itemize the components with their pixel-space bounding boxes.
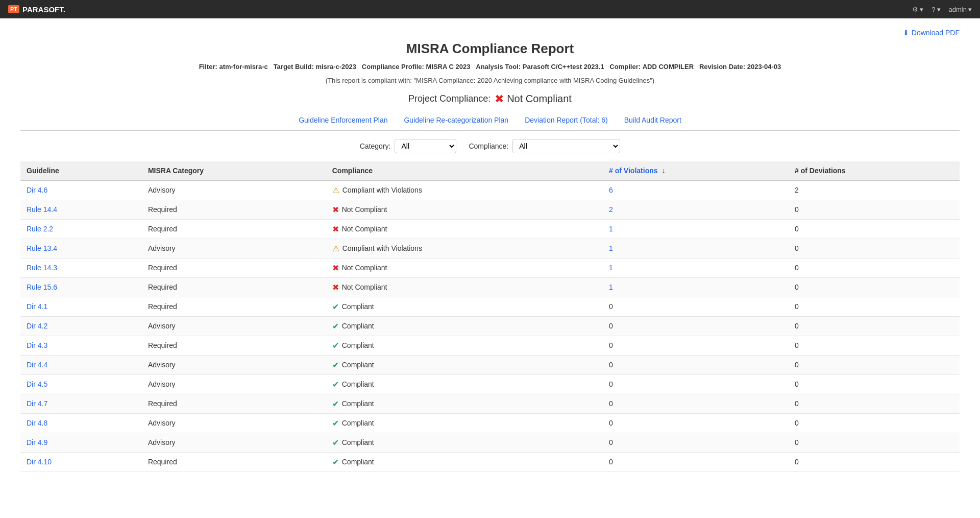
cell-category: Advisory [142,355,326,374]
compliant-icon: ✔ [332,457,339,467]
nav-build-audit[interactable]: Build Audit Report [624,116,681,124]
filters-row: Category: AllRequiredAdvisoryMandatory C… [20,139,960,153]
table-row: Dir 4.6Advisory⚠Compliant with Violation… [20,180,960,200]
cell-category: Advisory [142,180,326,200]
compliant-icon: ✔ [332,341,339,350]
violations-link[interactable]: 1 [609,283,613,291]
meta-val: ADD COMPILER [643,63,694,70]
admin-label: admin [949,6,967,13]
topnav-right: ⚙ ▾ ? ▾ admin ▾ [912,6,972,13]
cell-violations: 0 [603,316,789,336]
cell-violations: 1 [603,219,789,239]
nav-recategorization[interactable]: Guideline Re-categorization Plan [404,116,508,124]
compliant-icon: ✔ [332,418,339,428]
guideline-link[interactable]: Rule 2.2 [27,225,53,233]
violations-link[interactable]: 2 [609,205,613,214]
cell-guideline: Dir 4.8 [20,413,142,433]
settings-button[interactable]: ⚙ ▾ [912,6,923,13]
compliance-text: Compliant [342,361,374,369]
cell-compliance: ✖Not Compliant [326,277,603,297]
table-row: Dir 4.7Required✔Compliant00 [20,394,960,413]
download-pdf-row: ⬇ Download PDF [20,29,960,37]
violations-link[interactable]: 1 [609,225,613,233]
compliance-text: Compliant [342,458,374,466]
cell-compliance: ⚠Compliant with Violations [326,180,603,200]
cell-deviations: 0 [789,433,960,452]
table-row: Rule 13.4Advisory⚠Compliant with Violati… [20,239,960,258]
compliance-text: Not Compliant [342,264,387,272]
download-icon: ⬇ [903,29,909,37]
guideline-link[interactable]: Dir 4.3 [27,341,47,349]
not-compliant-icon: ✖ [332,282,339,292]
guideline-link[interactable]: Dir 4.6 [27,186,47,194]
cell-deviations: 0 [789,336,960,355]
col-compliance: Compliance [326,161,603,180]
cell-deviations: 2 [789,180,960,200]
download-pdf-label: Download PDF [912,29,960,37]
report-nav: Guideline Enforcement Plan Guideline Re-… [20,116,960,131]
compliant-icon: ✔ [332,302,339,312]
cell-category: Required [142,219,326,239]
guideline-link[interactable]: Rule 14.4 [27,205,57,214]
compliance-text: Compliant [342,438,374,446]
table-row: Dir 4.8Advisory✔Compliant00 [20,413,960,433]
cell-deviations: 0 [789,239,960,258]
violations-link[interactable]: 1 [609,264,613,272]
guideline-link[interactable]: Dir 4.7 [27,399,47,408]
guideline-link[interactable]: Dir 4.8 [27,419,47,427]
cell-violations: 0 [603,413,789,433]
cell-guideline: Dir 4.3 [20,336,142,355]
violations-link[interactable]: 1 [609,244,613,252]
col-category: MISRA Category [142,161,326,180]
project-compliance-label: Project Compliance: [408,93,491,104]
cell-compliance: ✔Compliant [326,452,603,472]
table-row: Dir 4.2Advisory✔Compliant00 [20,316,960,336]
guideline-link[interactable]: Dir 4.10 [27,458,52,466]
violations-link[interactable]: 6 [609,186,613,194]
compliance-text: Not Compliant [342,225,387,233]
nav-deviation-report[interactable]: Deviation Report (Total: 6) [525,116,608,124]
compliance-filter-select[interactable]: AllCompliantNot CompliantCompliant with … [512,139,620,153]
guideline-link[interactable]: Dir 4.4 [27,361,47,369]
meta-key-analysistool: Analysis Tool: [476,63,521,70]
download-pdf-link[interactable]: ⬇ Download PDF [903,29,960,37]
guideline-link[interactable]: Rule 15.6 [27,283,57,291]
admin-button[interactable]: admin ▾ [949,6,972,13]
cell-category: Required [142,394,326,413]
cell-guideline: Dir 4.10 [20,452,142,472]
meta-key-compiler: Compiler: [609,63,641,70]
col-deviations: # of Deviations [789,161,960,180]
guideline-link[interactable]: Rule 13.4 [27,244,57,252]
guideline-link[interactable]: Rule 14.3 [27,264,57,272]
table-header: Guideline MISRA Category Compliance # of… [20,161,960,180]
table-row: Dir 4.1Required✔Compliant00 [20,297,960,316]
nav-guideline-enforcement[interactable]: Guideline Enforcement Plan [299,116,387,124]
table-row: Rule 14.3Required✖Not Compliant10 [20,258,960,277]
main-content: ⬇ Download PDF MISRA Compliance Report F… [0,18,980,482]
cell-category: Advisory [142,374,326,394]
cell-compliance: ✔Compliant [326,394,603,413]
guideline-link[interactable]: Dir 4.1 [27,302,47,311]
col-violations[interactable]: # of Violations ↓ [603,161,789,180]
compliant-icon: ✔ [332,380,339,389]
cell-category: Required [142,297,326,316]
guideline-link[interactable]: Dir 4.5 [27,380,47,388]
category-filter-select[interactable]: AllRequiredAdvisoryMandatory [395,139,456,153]
not-compliant-badge: ✖ Not Compliant [495,92,572,106]
cell-deviations: 0 [789,297,960,316]
meta-val: misra-c-2023 [315,63,356,70]
report-title: MISRA Compliance Report [20,41,960,57]
guideline-link[interactable]: Dir 4.9 [27,438,47,446]
compliance-text: Compliant [342,322,374,330]
meta-val: Parasoft C/C++test 2023.1 [523,63,604,70]
help-button[interactable]: ? ▾ [932,6,940,13]
guideline-link[interactable]: Dir 4.2 [27,322,47,330]
cell-violations: 0 [603,297,789,316]
compliant-icon: ✔ [332,438,339,448]
settings-chevron: ▾ [920,6,923,13]
cell-guideline: Dir 4.9 [20,433,142,452]
meta-key-targetbuild: Target Build: [274,63,314,70]
cell-guideline: Rule 14.4 [20,200,142,219]
report-meta: Filter: atm-for-misra-c Target Build: mi… [20,62,960,73]
cell-violations: 6 [603,180,789,200]
